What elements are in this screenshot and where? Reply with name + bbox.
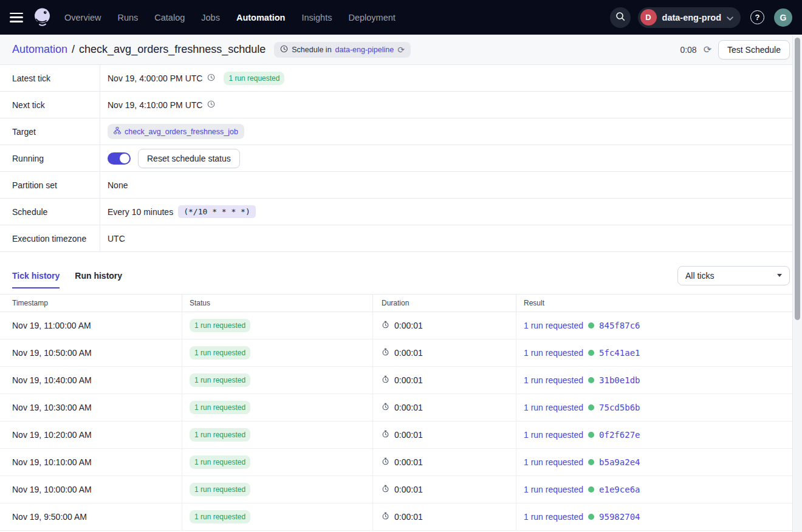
run-success-dot-icon: [588, 404, 594, 411]
tick-filter-select[interactable]: All ticks: [677, 266, 790, 285]
tick-timestamp: Nov 19, 10:40:00 AM: [12, 375, 92, 385]
running-toggle[interactable]: [108, 152, 131, 165]
run-id-link[interactable]: 31b0e1db: [599, 375, 640, 385]
tick-timestamp: Nov 19, 10:30:00 AM: [12, 403, 92, 412]
col-header-status: Status: [182, 295, 373, 312]
target-job-link: check_avg_orders_freshness_job: [125, 128, 238, 136]
schedule-details: Latest tick Nov 19, 4:00:00 PM UTC 1 run…: [0, 65, 802, 252]
tick-status-badge: 1 run requested: [190, 319, 250, 332]
schedule-label: Schedule: [0, 199, 100, 225]
cron-expression-badge: (*/10 * * * *): [178, 205, 256, 218]
nav-item-catalog[interactable]: Catalog: [154, 13, 185, 22]
run-success-dot-icon: [588, 350, 594, 356]
run-success-dot-icon: [588, 377, 594, 383]
run-id-link[interactable]: 95982704: [599, 512, 640, 522]
next-tick-time: Nov 19, 4:10:00 PM UTC: [108, 100, 202, 110]
run-requested-link[interactable]: 1 run requested: [524, 485, 583, 494]
next-tick-label: Next tick: [0, 92, 100, 118]
refresh-countdown: 0:08: [680, 45, 696, 55]
run-id-link[interactable]: b5a9a2e4: [599, 457, 640, 467]
tab-run-history[interactable]: Run history: [75, 271, 122, 288]
detail-row-latest-tick: Latest tick Nov 19, 4:00:00 PM UTC 1 run…: [0, 65, 802, 92]
run-id-link[interactable]: e1e9ce6a: [599, 485, 640, 494]
tick-history-table: Timestamp Status Duration Result Nov 19,…: [0, 294, 792, 531]
tab-tick-history[interactable]: Tick history: [12, 271, 60, 288]
table-row: Nov 19, 10:20:00 AM 1 run requested 0:00…: [0, 421, 792, 449]
table-row: Nov 19, 9:50:00 AM 1 run requested 0:00:…: [0, 503, 792, 531]
tick-status-badge: 1 run requested: [190, 483, 250, 496]
tick-status-badge: 1 run requested: [190, 510, 250, 523]
target-job-pill[interactable]: check_avg_orders_freshness_job: [108, 124, 244, 139]
clock-icon: [280, 45, 288, 55]
nav-item-overview[interactable]: Overview: [64, 13, 101, 22]
run-requested-link[interactable]: 1 run requested: [524, 321, 583, 330]
table-header-row: Timestamp Status Duration Result: [0, 294, 792, 312]
tick-duration: 0:00:01: [394, 348, 423, 358]
timezone-label: Execution timezone: [0, 225, 100, 251]
breadcrumb-automation-link[interactable]: Automation: [12, 43, 67, 56]
repo-link[interactable]: data-eng-pipeline: [335, 46, 394, 54]
nav-item-deployment[interactable]: Deployment: [348, 13, 395, 22]
nav-item-insights[interactable]: Insights: [301, 13, 332, 22]
target-label: Target: [0, 118, 100, 145]
help-icon[interactable]: ?: [750, 10, 764, 24]
stopwatch-icon: [382, 321, 389, 330]
workspace-name: data-eng-prod: [662, 13, 721, 22]
stopwatch-icon: [382, 430, 389, 440]
user-avatar[interactable]: G: [774, 9, 792, 27]
caret-down-icon: [777, 274, 782, 277]
col-header-duration: Duration: [373, 295, 516, 312]
tick-timestamp: Nov 19, 10:20:00 AM: [12, 430, 92, 440]
table-row: Nov 19, 10:50:00 AM 1 run requested 0:00…: [0, 339, 792, 367]
run-requested-link[interactable]: 1 run requested: [524, 430, 583, 440]
run-requested-link[interactable]: 1 run requested: [524, 403, 583, 412]
reset-schedule-status-button[interactable]: Reset schedule status: [138, 149, 240, 168]
workspace-avatar: D: [640, 9, 657, 26]
test-schedule-button[interactable]: Test Schedule: [718, 40, 790, 60]
run-id-link[interactable]: 845f87c6: [599, 321, 640, 330]
search-icon: [615, 11, 626, 24]
tick-status-badge: 1 run requested: [190, 455, 250, 469]
scrollbar-thumb[interactable]: [795, 38, 800, 320]
tick-timestamp: Nov 19, 11:00:00 AM: [12, 321, 91, 330]
dagster-logo-icon[interactable]: [32, 7, 53, 29]
nav-item-jobs[interactable]: Jobs: [201, 13, 220, 22]
run-id-link[interactable]: 75cd5b6b: [599, 403, 640, 412]
run-requested-link[interactable]: 1 run requested: [524, 348, 583, 358]
stopwatch-icon: [382, 403, 389, 412]
workspace-switcher[interactable]: D data-eng-prod: [638, 7, 741, 28]
run-requested-link[interactable]: 1 run requested: [524, 457, 583, 467]
latest-tick-time: Nov 19, 4:00:00 PM UTC: [108, 73, 202, 83]
top-nav: Overview Runs Catalog Jobs Automation In…: [0, 0, 802, 35]
tick-status-badge: 1 run requested: [190, 428, 250, 442]
stopwatch-icon: [382, 348, 389, 358]
nav-right-group: D data-eng-prod ? G: [610, 7, 792, 28]
breadcrumb-separator: /: [72, 43, 75, 56]
scrollbar-track[interactable]: [792, 35, 802, 532]
search-button[interactable]: [610, 7, 631, 28]
table-row: Nov 19, 10:10:00 AM 1 run requested 0:00…: [0, 449, 792, 476]
tick-duration: 0:00:01: [394, 321, 423, 330]
menu-icon[interactable]: [10, 13, 23, 22]
run-success-dot-icon: [588, 322, 594, 329]
run-id-link[interactable]: 0f2f627e: [599, 430, 640, 440]
tick-duration: 0:00:01: [394, 403, 423, 412]
history-tabs-bar: Tick history Run history All ticks: [0, 252, 802, 294]
run-requested-link[interactable]: 1 run requested: [524, 512, 583, 522]
table-row: Nov 19, 10:40:00 AM 1 run requested 0:00…: [0, 367, 792, 394]
stopwatch-icon: [382, 457, 389, 467]
run-requested-link[interactable]: 1 run requested: [524, 375, 583, 385]
timezone-value: UTC: [108, 234, 125, 244]
run-id-link[interactable]: 5fc41ae1: [599, 348, 640, 358]
nav-item-runs[interactable]: Runs: [117, 13, 138, 22]
detail-row-target: Target check_avg_orders_freshness_job: [0, 118, 802, 145]
run-success-dot-icon: [588, 459, 594, 465]
reload-repo-icon[interactable]: ⟳: [397, 46, 405, 54]
stopwatch-icon: [382, 375, 389, 385]
tick-timestamp: Nov 19, 9:50:00 AM: [12, 512, 87, 522]
refresh-icon[interactable]: ⟳: [704, 45, 711, 55]
tick-duration: 0:00:01: [394, 375, 423, 385]
tick-status-badge: 1 run requested: [190, 373, 250, 387]
page-header: Automation / check_avg_orders_freshness_…: [0, 35, 802, 65]
nav-item-automation[interactable]: Automation: [236, 13, 286, 22]
